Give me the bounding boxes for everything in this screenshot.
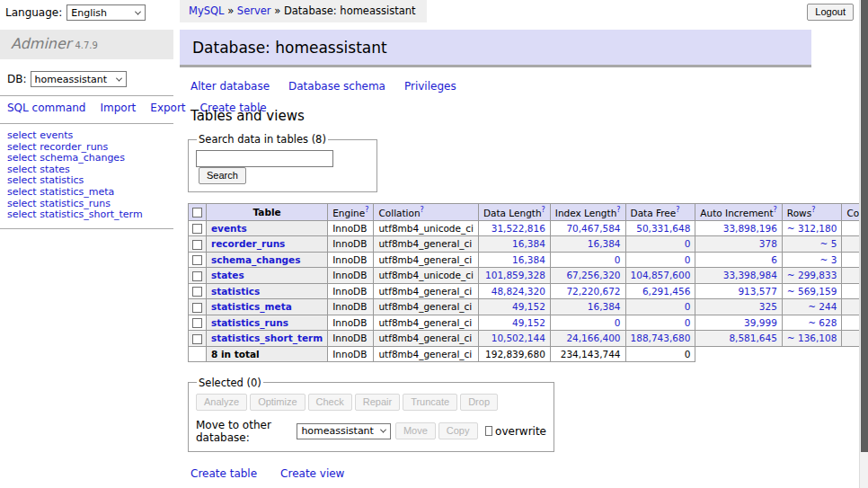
row-checkbox-cell xyxy=(189,299,207,315)
table-name-cell: statistics_runs xyxy=(207,315,328,331)
rows-count-link[interactable]: ~ 244 xyxy=(782,299,842,315)
move-database-select[interactable]: homeassistant xyxy=(297,423,391,439)
db-select[interactable]: homeassistant xyxy=(31,71,127,87)
hint-icon[interactable]: ? xyxy=(542,206,545,214)
engine-cell: InnoDB xyxy=(328,299,374,315)
table-link[interactable]: schema_changes xyxy=(211,254,301,265)
analyze-button[interactable]: Analyze xyxy=(196,394,247,411)
data-length-cell: 49,152 xyxy=(478,315,550,331)
rows-count-link[interactable]: ~ 3 xyxy=(782,252,842,268)
total-label-cell: 8 in total xyxy=(207,346,328,361)
table-link[interactable]: events xyxy=(211,223,247,234)
row-checkbox[interactable] xyxy=(192,303,202,313)
row-checkbox[interactable] xyxy=(192,240,202,250)
hint-icon[interactable]: ? xyxy=(421,206,424,214)
table-row-states: states InnoDB utf8mb4_unicode_ci 101,859… xyxy=(189,268,868,284)
import-link[interactable]: Import xyxy=(100,102,136,114)
truncate-button[interactable]: Truncate xyxy=(403,394,457,411)
rows-count-link[interactable]: ~ 312,180 xyxy=(782,220,842,236)
repair-button[interactable]: Repair xyxy=(355,394,400,411)
tables-overview-table: Table Engine? Collation? Data Length? In… xyxy=(188,203,868,362)
hint-icon[interactable]: ? xyxy=(616,206,620,214)
row-checkbox[interactable] xyxy=(192,318,202,328)
col-header-rows: Rows? xyxy=(782,204,842,221)
table-link[interactable]: statistics_runs xyxy=(211,317,288,328)
data-free-cell: 6,291,456 xyxy=(625,283,695,299)
scrollbar-thumb[interactable] xyxy=(861,0,868,452)
table-link[interactable]: statistics xyxy=(211,286,260,297)
breadcrumb-mysql-link[interactable]: MySQL xyxy=(189,4,225,17)
table-row-recorder-runs: recorder_runs InnoDB utf8mb4_general_ci … xyxy=(189,236,868,253)
create-view-link[interactable]: Create view xyxy=(280,467,344,480)
hint-icon[interactable]: ? xyxy=(365,206,368,214)
sidebar-item-select-schema-changes[interactable]: select schema_changes xyxy=(7,153,173,164)
data-length-cell: 101,859,328 xyxy=(478,268,550,284)
row-checkbox[interactable] xyxy=(192,255,202,265)
row-checkbox[interactable] xyxy=(192,271,202,281)
language-bar: Language:English xyxy=(5,4,146,21)
vertical-scrollbar[interactable] xyxy=(859,0,868,488)
hint-icon[interactable]: ? xyxy=(811,206,815,214)
table-link[interactable]: recorder_runs xyxy=(211,238,285,249)
sidebar-item-select-statistics-short-term[interactable]: select statistics_short_term xyxy=(7,209,173,221)
db-selector-row: DB:homeassistant xyxy=(7,71,173,87)
table-link[interactable]: statistics_short_term xyxy=(211,333,323,343)
rows-count-link[interactable]: ~ 136,108 xyxy=(782,331,842,347)
rows-count-link[interactable]: ~ 5 xyxy=(782,236,842,253)
row-checkbox-cell xyxy=(189,252,207,268)
row-checkbox[interactable] xyxy=(192,287,202,297)
language-select[interactable]: English xyxy=(66,4,146,21)
auto-increment-cell: 913,577 xyxy=(695,283,783,299)
alter-database-link[interactable]: Alter database xyxy=(190,80,270,93)
table-link[interactable]: states xyxy=(211,270,244,280)
drop-button[interactable]: Drop xyxy=(460,394,498,411)
rows-count-link[interactable]: ~ 299,833 xyxy=(782,268,842,284)
engine-cell: InnoDB xyxy=(328,331,374,347)
select-all-checkbox[interactable] xyxy=(192,208,202,217)
col-header-collation-label: Collation xyxy=(378,208,420,218)
search-fieldset: Search data in tables (8) Search xyxy=(188,133,377,192)
copy-button[interactable]: Copy xyxy=(438,422,478,439)
row-checkbox[interactable] xyxy=(192,334,202,344)
adminer-app-window: Language:English Logout Adminer4.7.9 DB:… xyxy=(0,0,868,488)
privileges-link[interactable]: Privileges xyxy=(404,80,456,93)
database-links: Alter databaseDatabase schemaPrivileges xyxy=(190,80,859,93)
table-name-cell: statistics_short_term xyxy=(207,331,328,347)
optimize-button[interactable]: Optimize xyxy=(250,394,305,411)
engine-cell: InnoDB xyxy=(328,236,374,253)
data-free-cell: 104,857,600 xyxy=(625,268,695,284)
rows-count-link[interactable]: ~ 628 xyxy=(782,315,842,331)
collation-cell: utf8mb4_general_ci xyxy=(374,331,478,347)
collation-cell: utf8mb4_general_ci xyxy=(374,236,478,253)
sidebar-table-links: select events select recorder_runs selec… xyxy=(7,130,173,221)
index-length-cell: 16,384 xyxy=(550,236,625,253)
create-table-link-bottom[interactable]: Create table xyxy=(190,467,257,480)
data-length-cell: 31,522,816 xyxy=(478,220,550,236)
sidebar-item-select-events[interactable]: select events xyxy=(7,130,173,142)
hint-icon[interactable]: ? xyxy=(774,206,777,214)
table-header-row: Table Engine? Collation? Data Length? In… xyxy=(189,204,868,221)
table-row-events: events InnoDB utf8mb4_unicode_ci 31,522,… xyxy=(189,220,868,236)
data-free-cell: 188,743,680 xyxy=(625,331,695,347)
check-button[interactable]: Check xyxy=(308,394,352,411)
data-free-cell: 0 xyxy=(625,299,695,315)
search-button[interactable]: Search xyxy=(199,167,246,184)
database-schema-link[interactable]: Database schema xyxy=(288,80,385,93)
table-link[interactable]: statistics_meta xyxy=(211,301,292,312)
col-header-rows-label: Rows xyxy=(787,208,811,218)
row-checkbox[interactable] xyxy=(192,224,202,234)
hint-icon[interactable]: ? xyxy=(676,206,679,214)
index-length-cell: 0 xyxy=(550,315,625,331)
search-input[interactable] xyxy=(196,150,333,167)
sidebar-item-select-statistics-meta[interactable]: select statistics_meta xyxy=(7,187,173,199)
rows-count-link[interactable]: ~ 569,159 xyxy=(782,283,842,299)
table-name-cell: schema_changes xyxy=(207,252,328,268)
selected-legend: Selected (0) xyxy=(197,377,263,389)
engine-cell: InnoDB xyxy=(328,268,374,284)
sql-command-link[interactable]: SQL command xyxy=(7,102,85,114)
overwrite-checkbox[interactable] xyxy=(485,426,493,436)
sidebar-divider xyxy=(0,123,173,124)
breadcrumb-server-link[interactable]: Server xyxy=(237,4,271,17)
move-button[interactable]: Move xyxy=(395,422,436,439)
auto-increment-cell: 8,581,645 xyxy=(695,331,783,347)
